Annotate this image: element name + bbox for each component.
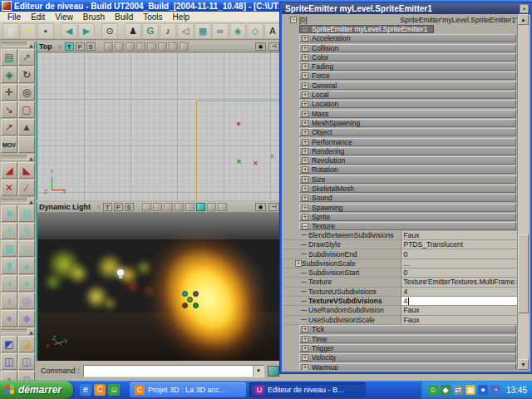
tree-root-row[interactable]: −[0]SpriteEmitter'myLevel.SpriteEmitter1… <box>283 15 517 24</box>
csg-intersect-tool[interactable]: ◫ <box>1 353 17 370</box>
property-value[interactable]: 0 <box>401 249 518 259</box>
persp-3d-canvas[interactable]: Z Y X <box>37 213 281 361</box>
collapse-icon[interactable]: − <box>302 223 308 229</box>
category-row-rendering[interactable]: +Rendering <box>283 146 517 155</box>
category-row-mass[interactable]: +Mass <box>283 109 517 118</box>
brush-snap-tool[interactable]: ↗ <box>1 119 17 135</box>
render-mode-cube-icon[interactable] <box>136 42 145 51</box>
save-icon[interactable]: ▪ <box>37 23 54 39</box>
cylinder-brush-tool[interactable]: ▮ <box>1 258 17 274</box>
render-mode-cube-icon[interactable] <box>175 203 184 211</box>
actor-info-icon[interactable]: ♟ <box>125 23 141 39</box>
expand-icon[interactable]: + <box>302 45 308 52</box>
move-tool[interactable]: ✛ <box>1 84 17 101</box>
render-mode-cube-icon[interactable] <box>180 42 189 51</box>
expand-icon[interactable]: + <box>302 111 308 117</box>
expand-icon[interactable]: + <box>302 35 308 42</box>
messenger-icon[interactable]: ☺ <box>108 384 120 396</box>
render-mode-cube-icon[interactable] <box>158 42 167 51</box>
camera-move-tool[interactable]: ▤ <box>1 49 17 66</box>
csg-deintersect-tool[interactable]: ◫ <box>18 353 35 370</box>
category-row-warmup[interactable]: +Warmup <box>283 362 517 370</box>
expand-icon[interactable]: + <box>302 54 308 61</box>
viewport-perspective[interactable]: Dynamic Light ♀ TFS◉⊣ <box>36 202 281 361</box>
taskbar-task-inactive[interactable]: CProjet 3D : La 3D acc... <box>130 382 246 397</box>
render-mode-cube-icon[interactable] <box>147 42 156 51</box>
expand-icon[interactable]: + <box>302 157 308 164</box>
viewport-pin-icon[interactable]: ⊣ <box>268 203 279 211</box>
property-value[interactable]: 4 <box>401 288 518 297</box>
property-row-subdivisionscale[interactable]: +SubdivisionScale... <box>283 259 517 268</box>
expand-icon[interactable]: + <box>302 345 308 352</box>
expand-icon[interactable]: + <box>302 195 308 201</box>
property-row-userandomsubdivision[interactable]: UseRandomSubdivisionFaux <box>283 306 517 315</box>
group-g-icon[interactable]: G <box>142 23 159 39</box>
actor-rotate-tool[interactable]: ↻ <box>18 66 35 83</box>
csg-subtract-tool[interactable]: ◪ <box>18 336 35 352</box>
expand-icon[interactable]: + <box>302 148 308 155</box>
font-icon[interactable]: A <box>264 23 281 39</box>
terrain-edit-tool[interactable]: ▲ <box>18 119 35 135</box>
viewport-top[interactable]: Top ♀ TFS◉⊣ ▼ ✕ ✕ ✕ Y X Z <box>36 42 281 200</box>
category-row-meshspawning[interactable]: +MeshSpawning <box>283 118 517 127</box>
prefab-browser-icon[interactable]: ◇ <box>247 23 264 39</box>
property-row-textureusubdivisions[interactable]: TextureUSubdivisions4 <box>283 288 517 297</box>
actor-marker-green[interactable]: ✕ <box>236 159 242 165</box>
spiral-tool[interactable]: ♪ <box>1 293 17 309</box>
expand-icon[interactable]: + <box>295 260 302 267</box>
emitter-handle[interactable] <box>193 303 199 308</box>
emitter-handle[interactable] <box>187 297 193 303</box>
menu-item-brush[interactable]: Brush <box>79 12 109 22</box>
new-file-icon[interactable]: ▯ <box>2 23 19 39</box>
category-row-tick[interactable]: +Tick <box>283 325 517 334</box>
view-mode-t-button[interactable]: T <box>103 203 112 211</box>
volume-tray-icon[interactable]: ◔ <box>490 385 500 395</box>
view-mode-s-button[interactable]: S <box>86 42 96 51</box>
category-row-performance[interactable]: +Performance <box>283 137 517 146</box>
expand-icon[interactable]: + <box>302 326 308 332</box>
menu-item-edit[interactable]: Edit <box>27 12 49 22</box>
property-row-texture[interactable]: TextureTexture'EmitterTextures.MultiFram… <box>283 278 517 287</box>
info-balloon-icon[interactable]: ● <box>478 385 488 395</box>
expand-icon[interactable]: + <box>302 166 308 173</box>
collapse-icon[interactable]: − <box>302 26 308 32</box>
sphere-brush-tool[interactable]: ● <box>18 275 35 292</box>
render-mode-cube-icon[interactable] <box>218 203 227 211</box>
render-mode-cube-icon[interactable] <box>104 42 113 51</box>
tree-node-spriteemitter[interactable]: −SpriteEmitter myLevel.SpriteEmitter1 <box>283 24 517 33</box>
menu-item-tools[interactable]: Tools <box>139 12 166 22</box>
property-row-subdivisionend[interactable]: SubdivisionEnd0 <box>283 249 517 259</box>
command-input[interactable]: ▼ <box>83 365 264 377</box>
category-row-local[interactable]: +Local <box>283 90 517 99</box>
category-row-acceleration[interactable]: +Acceleration <box>283 34 517 43</box>
emitter-actor-marker[interactable]: ▼ <box>235 121 242 128</box>
vertex-snap-tool[interactable]: ↗ <box>18 49 35 66</box>
render-mode-cube-icon[interactable] <box>207 203 216 211</box>
emitter-handle[interactable] <box>193 291 199 297</box>
render-mode-cube-icon[interactable] <box>153 203 162 211</box>
cube-brush-tool[interactable]: ■ <box>1 205 17 222</box>
browser-icon[interactable]: C <box>94 384 106 396</box>
viewport-pin-icon[interactable]: ⊣ <box>268 42 279 51</box>
scale-tool[interactable]: ◎ <box>18 84 35 101</box>
menu-item-view[interactable]: View <box>51 12 77 22</box>
clip-marker-tool[interactable]: ◢ <box>1 162 17 179</box>
cone-brush-tool[interactable]: ▲ <box>18 258 35 274</box>
scroll-thumb[interactable] <box>518 234 529 313</box>
close-icon[interactable]: × <box>520 4 529 13</box>
stair-tool[interactable]: ≡ <box>1 223 17 239</box>
menu-item-help[interactable]: Help <box>169 12 195 22</box>
csg-add-tool[interactable]: ◩ <box>1 336 17 352</box>
texture-browser-icon[interactable]: ▦ <box>195 23 211 39</box>
view-mode-s-button[interactable]: S <box>125 203 134 211</box>
music-icon[interactable]: ♪ <box>160 23 176 39</box>
expand-icon[interactable]: + <box>302 204 308 211</box>
render-mode-cube-icon[interactable] <box>126 42 135 51</box>
collapse-up-icon[interactable]: ▲ <box>27 198 35 204</box>
vertex-edit-tool[interactable]: ↘ <box>1 101 17 118</box>
collapse-up-icon[interactable]: ▲ <box>27 42 35 48</box>
terrain-brush-tool[interactable]: ▦ <box>1 240 17 257</box>
expand-icon[interactable]: + <box>302 354 308 361</box>
expand-icon[interactable]: + <box>302 72 308 79</box>
messenger-tray-icon[interactable]: ☺ <box>428 385 438 395</box>
